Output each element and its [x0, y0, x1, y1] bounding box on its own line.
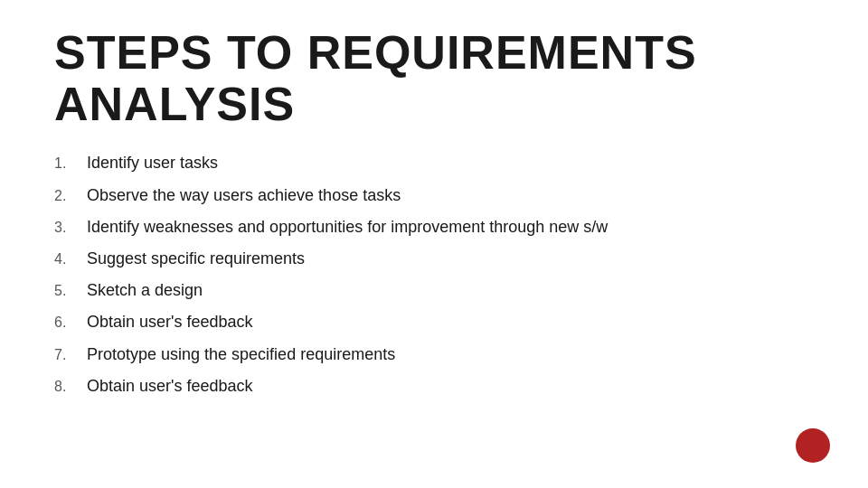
list-item-text: Prototype using the specified requiremen…: [87, 343, 395, 366]
steps-list: 1.Identify user tasks2.Observe the way u…: [54, 152, 814, 398]
list-item-text: Suggest specific requirements: [87, 248, 305, 270]
list-item: 7.Prototype using the specified requirem…: [54, 343, 814, 366]
list-item: 6.Obtain user's feedback: [54, 311, 814, 333]
list-item-number: 1.: [54, 152, 87, 174]
slide-title: STEPS TO REQUIREMENTS ANALYSIS: [54, 27, 814, 130]
list-item-number: 7.: [54, 343, 87, 365]
list-item: 8.Obtain user's feedback: [54, 375, 814, 398]
list-item-text: Obtain user's feedback: [87, 375, 253, 398]
list-item: 3.Identify weaknesses and opportunities …: [54, 216, 814, 239]
list-item-text: Obtain user's feedback: [87, 311, 253, 333]
list-item-number: 5.: [54, 279, 87, 301]
list-item-number: 4.: [54, 248, 87, 269]
list-item-number: 2.: [54, 184, 87, 206]
list-item-text: Identify weaknesses and opportunities fo…: [87, 216, 608, 239]
list-item-text: Observe the way users achieve those task…: [87, 184, 401, 207]
list-item-text: Identify user tasks: [87, 152, 218, 174]
list-item: 5.Sketch a design: [54, 279, 814, 302]
list-item-number: 6.: [54, 311, 87, 333]
red-circle-decoration: [796, 428, 830, 463]
list-item-number: 8.: [54, 375, 87, 397]
list-item: 2.Observe the way users achieve those ta…: [54, 184, 814, 207]
list-item: 4.Suggest specific requirements: [54, 248, 814, 270]
slide: STEPS TO REQUIREMENTS ANALYSIS 1.Identif…: [0, 0, 868, 488]
list-item-text: Sketch a design: [87, 279, 203, 302]
list-item: 1.Identify user tasks: [54, 152, 814, 174]
list-item-number: 3.: [54, 216, 87, 238]
